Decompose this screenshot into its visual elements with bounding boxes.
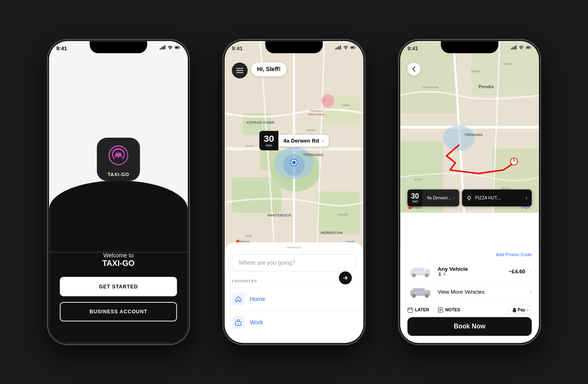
svg-text:HERNSTON: HERNSTON (321, 230, 343, 235)
chevron-left-icon (412, 66, 416, 72)
home-icon-container (232, 292, 245, 306)
svg-point-78 (426, 275, 428, 276)
calendar-icon (408, 307, 413, 313)
favorite-work-label: Work (250, 319, 263, 326)
taxi-go-logo-svg (104, 141, 133, 170)
get-started-button[interactable]: GET STARTED (60, 277, 177, 297)
svg-rect-2 (163, 46, 164, 49)
map-svg-3: Pendre TREMAINS A475 B4205 B4061 B4061 C… (400, 41, 539, 213)
search-bar[interactable]: Where are you going? (232, 254, 356, 271)
svg-text:A48: A48 (246, 234, 252, 238)
svg-rect-50 (515, 45, 516, 49)
wifi-icon (519, 45, 524, 50)
battery-icon (175, 45, 180, 50)
signal-icon (335, 45, 341, 50)
svg-text:YSTRAD FAWR: YSTRAD FAWR (246, 120, 274, 125)
search-container[interactable]: Where are you going? (232, 254, 356, 271)
from-addr-box: 4a Derwen... › (423, 190, 459, 206)
svg-text:A473: A473 (246, 144, 254, 148)
signal-icon (511, 45, 517, 50)
svg-rect-13 (351, 47, 354, 48)
favorite-home[interactable]: Home (225, 287, 363, 310)
notch (90, 41, 147, 53)
status-icons (160, 45, 180, 50)
svg-rect-79 (413, 268, 418, 272)
svg-rect-1 (161, 47, 162, 49)
svg-point-81 (439, 272, 441, 274)
status-time: 9:41 (408, 45, 418, 51)
svg-rect-11 (340, 45, 341, 49)
svg-rect-48 (512, 47, 513, 49)
search-arrow-button[interactable] (339, 271, 352, 284)
svg-text:B4061: B4061 (471, 69, 481, 73)
notes-button[interactable]: NOTES (438, 307, 460, 313)
vehicle-image-more (408, 285, 433, 298)
svg-rect-0 (160, 48, 160, 49)
svg-text:B4061: B4061 (503, 63, 512, 65)
time-address-badge[interactable]: 30 min 4a Derwen Rd › (259, 131, 329, 150)
phone1-bottom: Welcome to TAXI-GO GET STARTED BUSINESS … (49, 252, 188, 343)
svg-rect-9 (337, 47, 338, 49)
to-badge[interactable]: PIZZA HUT,... › (462, 190, 532, 206)
car-svg-dark (408, 285, 433, 298)
svg-text:Princess of: Princess of (310, 109, 323, 112)
favorite-work[interactable]: Work (225, 310, 363, 334)
vehicle-name-any: Any Vehicle (438, 266, 504, 272)
vehicle-seats-any: 4 (438, 272, 504, 277)
wifi-icon (167, 45, 173, 50)
battery-icon (350, 45, 356, 50)
bottom-sheet: Where are you going? FAVORITES Home (225, 242, 363, 343)
later-button[interactable]: LATER (408, 307, 429, 313)
back-button[interactable] (408, 63, 421, 76)
status-time: 9:41 (232, 45, 243, 51)
vehicle-option-any[interactable]: Any Vehicle 4 ~£4.60 › (408, 261, 532, 281)
car-svg-white (408, 265, 433, 278)
chevron-right-icon-2: › (526, 195, 528, 201)
svg-text:TREMAINS: TREMAINS (464, 133, 483, 137)
notch (265, 41, 323, 53)
svg-point-86 (413, 295, 415, 297)
apple-pay-button[interactable]: Pay ▾ (508, 306, 532, 314)
svg-rect-80 (418, 268, 424, 272)
promo-code-link[interactable]: Add Promo Code (496, 252, 532, 257)
svg-point-61 (443, 125, 475, 150)
notes-label: NOTES (445, 307, 460, 312)
view-more-chevron: › (530, 288, 532, 295)
welcome-text: Welcome to TAXI-GO (102, 252, 134, 268)
svg-rect-90 (408, 308, 413, 313)
from-time-box: 30 min (408, 190, 423, 206)
later-label: LATER (415, 307, 429, 312)
from-badge[interactable]: 30 min 4a Derwen... › (408, 190, 459, 206)
menu-button[interactable] (232, 63, 248, 78)
sheet-handle (287, 247, 301, 248)
app-logo: TAXI-GO (97, 138, 140, 181)
svg-text:Pendre: Pendre (479, 84, 494, 89)
svg-point-72 (468, 196, 471, 199)
svg-rect-42 (236, 68, 243, 69)
svg-point-87 (426, 295, 428, 297)
phone-2: 9:41 (224, 40, 364, 344)
svg-rect-8 (335, 48, 336, 49)
home-icon (235, 295, 242, 303)
view-more-label: View More Vehicles (438, 288, 526, 295)
promo-container: Add Promo Code (408, 251, 532, 257)
svg-rect-3 (164, 45, 165, 49)
business-account-button[interactable]: BUSINESS ACCOUNT (60, 302, 177, 321)
status-icons (511, 45, 532, 50)
booking-panel: Add Promo Code (400, 246, 539, 343)
map-view-3: Pendre TREMAINS A475 B4205 B4061 B4061 C… (400, 41, 539, 213)
arrow-right-icon (343, 275, 348, 281)
book-now-button[interactable]: Book Now (408, 317, 532, 336)
separator-1: | (432, 307, 434, 313)
person-icon (438, 272, 442, 277)
status-icons (335, 45, 356, 50)
svg-rect-10 (339, 46, 339, 49)
svg-text:TREMAINS: TREMAINS (303, 152, 324, 157)
work-icon-container (232, 316, 245, 329)
vehicle-price-any: ~£4.60 (509, 268, 526, 274)
svg-rect-47 (511, 48, 512, 49)
svg-text:WHITEROCK: WHITEROCK (267, 213, 292, 217)
greeting-bubble: Hi, Steff! (251, 63, 286, 76)
view-more-vehicles-row[interactable]: View More Vehicles › (408, 281, 532, 302)
favorite-home-label: Home (250, 296, 265, 302)
